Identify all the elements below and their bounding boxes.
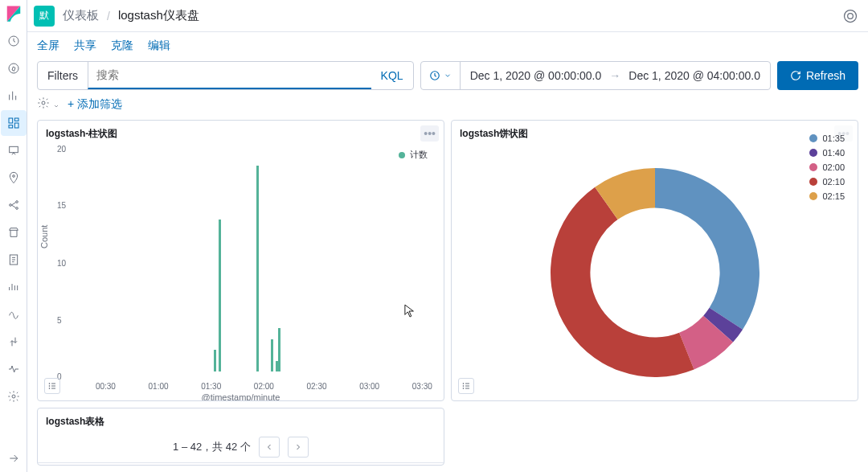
legend-swatch-icon: [809, 149, 817, 157]
x-tick: 01:00: [149, 382, 169, 391]
svg-point-10: [15, 207, 18, 210]
nav-collapse-icon[interactable]: [1, 445, 27, 471]
pager-next-button[interactable]: [288, 437, 309, 458]
y-axis-label: Count: [39, 224, 49, 248]
search-input[interactable]: [88, 62, 371, 88]
nav-management-icon[interactable]: [1, 384, 27, 409]
time-from[interactable]: Dec 1, 2020 @ 00:00:00.0: [470, 69, 602, 82]
quick-select-icon[interactable]: [421, 62, 461, 89]
x-tick: 02:00: [254, 382, 274, 391]
x-tick: 01:30: [201, 382, 221, 391]
breadcrumb-root[interactable]: 仪表板: [63, 8, 99, 23]
dashboard-actions: 全屏 共享 克隆 编辑: [27, 32, 868, 61]
svg-point-14: [848, 13, 854, 18]
breadcrumb-current: logstash仪表盘: [118, 8, 199, 23]
help-icon[interactable]: [842, 8, 858, 24]
nav-discover-icon[interactable]: [1, 55, 27, 81]
svg-rect-5: [9, 125, 13, 128]
refresh-button[interactable]: Refresh: [777, 61, 858, 90]
space-selector[interactable]: 默: [34, 6, 55, 27]
x-tick: 03:30: [412, 382, 432, 391]
panel-title: logstash饼状图: [452, 121, 858, 144]
nav-siem-icon[interactable]: [1, 329, 27, 355]
add-filter-button[interactable]: + 添加筛选: [68, 97, 122, 112]
left-nav: [0, 0, 27, 472]
legend-item[interactable]: 01:35: [809, 133, 845, 143]
svg-point-17: [49, 384, 50, 384]
action-fullscreen[interactable]: 全屏: [37, 39, 59, 53]
donut-plot[interactable]: [542, 160, 768, 385]
svg-point-7: [12, 175, 14, 178]
breadcrumb-separator: /: [107, 10, 110, 23]
legend-swatch-icon: [809, 163, 817, 171]
svg-rect-4: [14, 123, 18, 128]
nav-canvas-icon[interactable]: [1, 137, 27, 163]
nav-visualize-icon[interactable]: [1, 83, 27, 109]
x-tick: 03:00: [359, 382, 379, 391]
svg-point-20: [463, 384, 464, 384]
action-edit[interactable]: 编辑: [148, 39, 170, 53]
svg-point-22: [463, 388, 464, 389]
svg-point-19: [49, 388, 50, 389]
svg-point-13: [845, 10, 857, 22]
nav-dashboard-icon[interactable]: [1, 110, 27, 136]
legend-swatch-icon: [809, 192, 817, 200]
svg-rect-3: [14, 118, 18, 121]
time-to[interactable]: Dec 1, 2020 @ 04:00:00.0: [628, 69, 760, 82]
panel-title: logstash-柱状图: [38, 121, 444, 144]
bar[interactable]: [219, 220, 221, 371]
legend-item[interactable]: 02:15: [809, 191, 845, 201]
bar[interactable]: [278, 328, 280, 371]
table-pager: 1 – 42，共 42 个: [38, 432, 444, 462]
y-tick: 20: [57, 145, 66, 154]
filters-box: Filters KQL: [37, 61, 414, 90]
time-picker[interactable]: Dec 1, 2020 @ 00:00:00.0 → Dec 1, 2020 @…: [420, 61, 771, 90]
legend-label: 01:40: [822, 148, 845, 158]
arrow-right-icon: →: [609, 69, 620, 82]
svg-point-18: [49, 386, 50, 387]
y-tick: 10: [57, 258, 66, 267]
donut-slice[interactable]: [655, 168, 760, 330]
bar[interactable]: [256, 166, 259, 372]
nav-apm-icon[interactable]: [1, 274, 27, 300]
nav-infra-icon[interactable]: [1, 220, 27, 245]
legend-toggle-icon[interactable]: [458, 378, 474, 394]
nav-uptime-icon[interactable]: [1, 302, 27, 327]
legend-label: 02:10: [822, 177, 845, 187]
top-bar: 默 仪表板 / logstash仪表盘: [27, 0, 868, 32]
nav-ml-icon[interactable]: [1, 192, 27, 218]
svg-rect-2: [9, 118, 13, 123]
legend-swatch-icon: [809, 178, 817, 186]
bar[interactable]: [271, 339, 273, 372]
bar[interactable]: [214, 350, 216, 371]
action-share[interactable]: 共享: [74, 39, 96, 53]
kibana-logo-icon[interactable]: [5, 5, 23, 23]
svg-point-12: [12, 395, 15, 398]
legend-toggle-icon[interactable]: [44, 378, 60, 394]
legend-item[interactable]: 02:00: [809, 162, 845, 172]
panel-options-icon[interactable]: •••: [420, 125, 439, 142]
pie-legend: 01:3501:4002:0002:1002:15: [809, 133, 845, 201]
nav-maps-icon[interactable]: [1, 165, 27, 191]
panel-title: logstash表格: [38, 408, 444, 432]
legend-item[interactable]: 01:40: [809, 148, 845, 158]
table-header: 时间▼ message agent.type log.file.path: [38, 462, 444, 466]
pager-prev-button[interactable]: [259, 437, 280, 458]
nav-logs-icon[interactable]: [1, 247, 27, 273]
filter-options-icon[interactable]: [37, 96, 59, 112]
y-tick: 15: [57, 200, 66, 209]
kql-toggle[interactable]: KQL: [371, 69, 413, 82]
query-bar: Filters KQL Dec 1, 2020 @ 00:00:00.0 → D…: [27, 61, 868, 90]
bar[interactable]: [276, 361, 278, 372]
panel-pie-chart: logstash饼状图 ••• 01:3501:4002:0002:1002:1…: [451, 120, 858, 401]
legend-item[interactable]: 02:10: [809, 177, 845, 187]
panel-table: logstash表格 1 – 42，共 42 个 时间▼ message age…: [37, 408, 444, 466]
nav-recent-icon[interactable]: [1, 28, 27, 54]
svg-point-8: [9, 204, 11, 207]
legend-label: 01:35: [822, 133, 845, 143]
nav-heartbeat-icon[interactable]: [1, 356, 27, 382]
bar-plot-area[interactable]: [76, 155, 436, 371]
action-clone[interactable]: 克隆: [111, 39, 133, 53]
x-tick: 00:30: [96, 382, 116, 391]
legend-label: 02:00: [822, 162, 845, 172]
